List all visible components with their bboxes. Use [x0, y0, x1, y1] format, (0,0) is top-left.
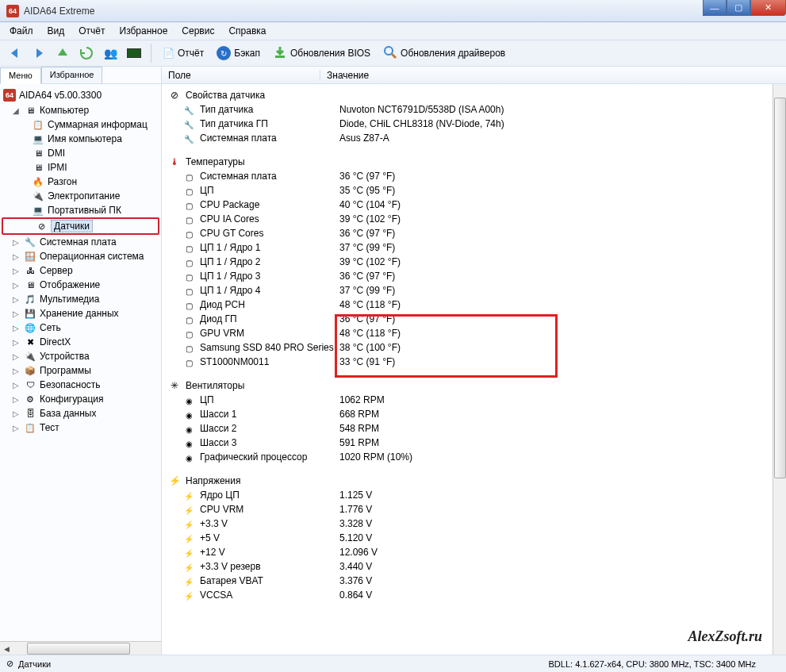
tree-item[interactable]: ⊘Датчики	[2, 217, 159, 235]
expand-icon[interactable]: ▷	[11, 309, 21, 318]
menu-service[interactable]: Сервис	[175, 24, 220, 38]
tree-root[interactable]: 64 AIDA64 v5.00.3300	[0, 87, 161, 103]
tree-item[interactable]: ▷🎵Мультимедиа	[0, 292, 161, 306]
tree-item[interactable]: ▷🔧Системная плата	[0, 235, 161, 249]
list-row[interactable]: ⚡CPU VRM1.776 V	[162, 503, 786, 517]
list-row[interactable]: ⚡Батарея VBAT3.376 V	[162, 574, 786, 589]
expand-icon[interactable]: ▷	[11, 238, 21, 247]
tree-item[interactable]: 📋Суммарная информац	[0, 117, 161, 132]
nav-tree[interactable]: 64 AIDA64 v5.00.3300 ◢ 🖥 Компьютер 📋Сумм…	[0, 84, 161, 641]
list-row[interactable]: ◉Шасси 2548 RPM	[162, 422, 786, 436]
list-row[interactable]: ▢Диод PCH48 °C (118 °F)	[162, 298, 786, 313]
expand-icon[interactable]: ▷	[11, 338, 21, 347]
list-row[interactable]: ◉Шасси 1668 RPM	[162, 408, 786, 422]
list-row[interactable]: ⚡+3.3 V3.328 V	[162, 517, 786, 532]
bios-update-button[interactable]: Обновления BIOS	[268, 44, 375, 63]
tree-item[interactable]: ▷📋Тест	[0, 420, 161, 435]
tree-item[interactable]: ▷⚙Конфигурация	[0, 392, 161, 406]
driver-update-button[interactable]: Обновления драйверов	[378, 44, 510, 63]
list-row[interactable]: ◉ЦП1062 RPM	[162, 394, 786, 408]
expand-icon[interactable]: ▷	[11, 295, 21, 304]
backup-button[interactable]: ↻Бэкап	[212, 44, 265, 62]
list-row[interactable]: ▢CPU IA Cores39 °C (102 °F)	[162, 213, 786, 227]
expand-icon[interactable]: ▷	[11, 281, 21, 290]
list-row[interactable]: 🔧Системная платаAsus Z87-A	[162, 132, 786, 146]
list-row[interactable]: ⚡+5 V5.120 V	[162, 532, 786, 546]
tree-item[interactable]: ▷💾Хранение данных	[0, 306, 161, 321]
menu-file[interactable]: Файл	[3, 24, 40, 38]
col-field[interactable]: Поле	[162, 70, 320, 81]
list-row[interactable]: ▢GPU VRM48 °C (118 °F)	[162, 327, 786, 341]
monitor-button[interactable]	[124, 43, 144, 63]
list-row[interactable]: ⚡+12 V12.096 V	[162, 546, 786, 560]
tree-item[interactable]: 🔌Электропитание	[0, 189, 161, 203]
menu-report[interactable]: Отчёт	[72, 24, 111, 38]
expand-icon[interactable]: ▷	[11, 424, 21, 432]
list-row[interactable]: ◉Графический процессор1020 RPM (10%)	[162, 451, 786, 465]
expand-icon[interactable]: ▷	[11, 252, 21, 261]
scroll-thumb-v[interactable]	[774, 98, 786, 478]
refresh-button[interactable]	[76, 43, 97, 63]
expand-icon[interactable]: ▷	[11, 409, 21, 418]
tree-item[interactable]: 💻Имя компьютера	[0, 132, 161, 146]
menu-view[interactable]: Вид	[41, 24, 71, 38]
tree-item[interactable]: ▷🖧Сервер	[0, 263, 161, 278]
tree-item[interactable]: 🔥Разгон	[0, 175, 161, 189]
list-row[interactable]: ⚡VCCSA0.864 V	[162, 589, 786, 603]
list-row[interactable]: ▢ST1000NM001133 °C (91 °F)	[162, 355, 786, 370]
minimize-button[interactable]: —	[703, 0, 727, 16]
tree-item[interactable]: ▷🖥Отображение	[0, 278, 161, 292]
scroll-left-icon[interactable]: ◀	[0, 642, 13, 655]
horizontal-scrollbar[interactable]: ◀	[0, 641, 161, 655]
expand-icon[interactable]: ▷	[11, 381, 21, 390]
list-row[interactable]: ▢CPU Package40 °C (104 °F)	[162, 198, 786, 213]
list-row[interactable]: ▢Системная плата36 °C (97 °F)	[162, 170, 786, 184]
tree-item[interactable]: ▷✖DirectX	[0, 335, 161, 349]
vertical-scrollbar[interactable]	[773, 84, 786, 655]
tree-item[interactable]: ▷🗄База данных	[0, 406, 161, 420]
close-button[interactable]: ✕	[750, 0, 786, 16]
expand-icon[interactable]: ▷	[11, 352, 21, 361]
tab-favorites[interactable]: Избранное	[41, 67, 103, 83]
tree-item[interactable]: 💻Портативный ПК	[0, 203, 161, 217]
content-list[interactable]: ⊘Свойства датчика 🔧Тип датчикаNuvoton NC…	[162, 84, 786, 655]
menu-favorites[interactable]: Избранное	[113, 24, 174, 38]
tree-item[interactable]: ▷🛡Безопасность	[0, 378, 161, 392]
tree-computer[interactable]: ◢ 🖥 Компьютер	[0, 103, 161, 117]
collapse-icon[interactable]: ◢	[11, 106, 21, 115]
tree-item[interactable]: 🖥DMI	[0, 146, 161, 160]
expand-icon[interactable]: ▷	[11, 367, 21, 375]
tree-item[interactable]: ▷🔌Устройства	[0, 349, 161, 363]
tree-item[interactable]: ▷🪟Операционная система	[0, 249, 161, 263]
list-row[interactable]: 🔧Тип датчика ГПDiode, CHiL CHL8318 (NV-D…	[162, 117, 786, 132]
users-button[interactable]: 👥	[100, 43, 121, 63]
list-row[interactable]: 🔧Тип датчикаNuvoton NCT6791D/5538D (ISA …	[162, 103, 786, 117]
expand-icon[interactable]: ▷	[11, 395, 21, 404]
tree-item[interactable]: 🖥IPMI	[0, 160, 161, 175]
list-row[interactable]: ▢ЦП 1 / Ядро 336 °C (97 °F)	[162, 270, 786, 284]
list-row[interactable]: ▢Диод ГП36 °C (97 °F)	[162, 313, 786, 327]
list-row[interactable]: ◉Шасси 3591 RPM	[162, 436, 786, 451]
up-button[interactable]	[52, 43, 73, 63]
list-row[interactable]: ▢ЦП 1 / Ядро 239 °C (102 °F)	[162, 255, 786, 270]
expand-icon[interactable]: ▷	[11, 267, 21, 275]
expand-icon[interactable]: ▷	[11, 324, 21, 332]
list-row[interactable]: ⚡+3.3 V резерв3.440 V	[162, 560, 786, 574]
menu-help[interactable]: Справка	[222, 24, 272, 38]
tree-item-icon: 🎵	[24, 293, 36, 305]
maximize-button[interactable]: ▢	[727, 0, 750, 16]
list-row[interactable]: ▢CPU GT Cores36 °C (97 °F)	[162, 227, 786, 241]
list-row[interactable]: ▢Samsung SSD 840 PRO Series38 °C (100 °F…	[162, 341, 786, 355]
list-row[interactable]: ▢ЦП35 °C (95 °F)	[162, 184, 786, 198]
tab-menu[interactable]: Меню	[0, 67, 41, 84]
forward-button[interactable]	[29, 43, 49, 63]
list-row[interactable]: ▢ЦП 1 / Ядро 137 °C (99 °F)	[162, 241, 786, 255]
back-button[interactable]	[5, 43, 25, 63]
col-value[interactable]: Значение	[320, 70, 369, 81]
list-row[interactable]: ▢ЦП 1 / Ядро 437 °C (99 °F)	[162, 284, 786, 298]
tree-item[interactable]: ▷🌐Сеть	[0, 321, 161, 335]
report-button[interactable]: 📄Отчёт	[158, 46, 209, 60]
tree-item[interactable]: ▷📦Программы	[0, 363, 161, 378]
scroll-thumb[interactable]	[27, 643, 130, 655]
list-row[interactable]: ⚡Ядро ЦП1.125 V	[162, 489, 786, 503]
